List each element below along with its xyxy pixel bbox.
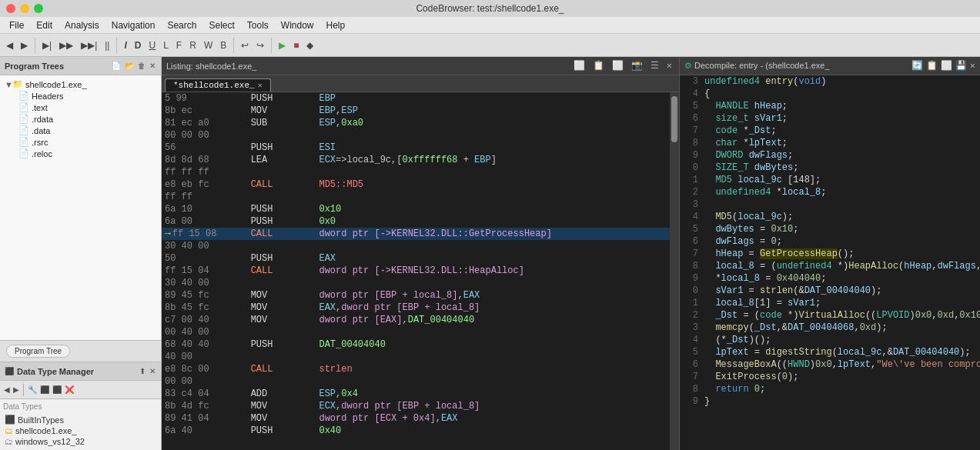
dtm-action3[interactable]: ⬛ bbox=[52, 385, 62, 395]
toolbar-back[interactable]: ◀ bbox=[3, 38, 16, 52]
toolbar-d[interactable]: D bbox=[132, 38, 145, 52]
code-line: 5 dwBytes = 0x10; bbox=[683, 223, 977, 235]
instr-cell: PUSH bbox=[248, 215, 316, 228]
menu-search[interactable]: Search bbox=[161, 18, 202, 32]
menu-select[interactable]: Select bbox=[202, 18, 240, 32]
toolbar-stop[interactable]: ■ bbox=[290, 38, 302, 52]
tree-rdata[interactable]: 📄 .rdata bbox=[3, 113, 158, 125]
table-row: ff ff ff bbox=[162, 166, 670, 178]
window-controls[interactable] bbox=[6, 4, 43, 13]
toolbar-btn-2[interactable]: ▶▶ bbox=[56, 38, 76, 52]
menu-bar: File Edit Analysis Navigation Search Sel… bbox=[0, 17, 980, 34]
code-line: 3 bbox=[683, 198, 977, 211]
listing-scrollbar[interactable] bbox=[670, 92, 679, 450]
toolbar-f[interactable]: F bbox=[173, 38, 185, 52]
menu-tools[interactable]: Tools bbox=[241, 18, 275, 32]
dtm-builtins[interactable]: ⬛ BuiltInTypes bbox=[3, 414, 158, 425]
table-row: e8 8c 00 CALL strlen bbox=[162, 363, 670, 375]
addr-cell: 5 99 bbox=[162, 92, 248, 105]
dtm-back[interactable]: ◀ bbox=[3, 385, 11, 395]
listing-tab-close[interactable]: ✕ bbox=[258, 81, 263, 90]
toolbar-btn-3[interactable]: ▶▶| bbox=[78, 38, 100, 52]
tree-rdata-label: .rdata bbox=[32, 115, 53, 124]
toolbar-btn-4[interactable]: || bbox=[102, 38, 112, 52]
listing-active-tab[interactable]: *shellcode1.exe_ ✕ bbox=[165, 78, 271, 92]
new-tree-button[interactable]: 📄 bbox=[111, 61, 122, 71]
toolbar-redo[interactable]: ↪ bbox=[253, 38, 267, 52]
menu-edit[interactable]: Edit bbox=[30, 18, 59, 32]
program-tree-tab[interactable]: Program Tree bbox=[6, 345, 70, 358]
close-trees-panel[interactable]: ✕ bbox=[149, 61, 156, 71]
listing-icon-2[interactable]: 📋 bbox=[590, 59, 607, 72]
maximize-button[interactable] bbox=[34, 4, 43, 13]
menu-file[interactable]: File bbox=[3, 18, 30, 32]
scroll-thumb[interactable] bbox=[671, 96, 677, 142]
addr-cell: 40 00 bbox=[162, 351, 248, 363]
listing-close[interactable]: ✕ bbox=[664, 59, 674, 72]
table-row: 6a 00 PUSH 0x0 bbox=[162, 215, 670, 228]
minimize-button[interactable] bbox=[20, 4, 29, 13]
listing-scroll-area: 5 99 PUSH EBP 8b ec MOV EBP,ESP 81 ec a0… bbox=[162, 92, 679, 450]
decompile-refresh[interactable]: 🔄 bbox=[911, 60, 923, 72]
decompile-controls: 🔄 📋 ⬜ 💾 ✕ bbox=[911, 60, 975, 72]
toolbar-undo[interactable]: ↩ bbox=[238, 38, 252, 52]
tree-data[interactable]: 📄 .data bbox=[3, 125, 158, 136]
tree-text[interactable]: 📄 .text bbox=[3, 102, 158, 113]
decompile-content[interactable]: 3 undefined4 entry(void) 4 { 5 HANDLE hH… bbox=[680, 75, 980, 450]
open-tree-button[interactable]: 📂 bbox=[124, 61, 135, 71]
dtm-shellcode[interactable]: 🗂 shellcode1.exe_ bbox=[3, 425, 158, 436]
tree-rsrc[interactable]: 📄 .rsrc bbox=[3, 136, 158, 148]
table-row: 68 40 40 PUSH DAT_00404040 bbox=[162, 338, 670, 351]
code-line: 2 undefined4 *local_8; bbox=[683, 186, 977, 198]
decompile-save[interactable]: 💾 bbox=[955, 60, 967, 72]
toolbar-l[interactable]: L bbox=[160, 38, 172, 52]
menu-navigation[interactable]: Navigation bbox=[105, 18, 162, 32]
dtm-action4[interactable]: ❌ bbox=[64, 385, 75, 395]
listing-icon-4[interactable]: 📸 bbox=[629, 59, 645, 72]
code-line: 0 sVar1 = strlen(&DAT_00404040); bbox=[683, 285, 977, 297]
addr-cell: ff 15 04 bbox=[162, 265, 248, 277]
toolbar-diamond[interactable]: ◆ bbox=[303, 38, 316, 52]
dtm-windows[interactable]: 🗂 windows_vs12_32 bbox=[3, 436, 158, 447]
close-button[interactable] bbox=[6, 4, 15, 13]
decompile-icon-2[interactable]: 📋 bbox=[926, 60, 938, 72]
operand-cell: strlen bbox=[316, 363, 670, 375]
listing-icon-5[interactable]: ☰ bbox=[648, 59, 661, 72]
listing-icon-1[interactable]: ⬜ bbox=[571, 59, 587, 72]
table-row: e8 eb fc CALL MD5::MD5 bbox=[162, 178, 670, 191]
toolbar-w[interactable]: W bbox=[201, 38, 216, 52]
code-line: 4 { bbox=[683, 88, 977, 100]
toolbar-r[interactable]: R bbox=[186, 38, 199, 52]
dtm-sep bbox=[23, 384, 24, 396]
menu-help[interactable]: Help bbox=[320, 18, 352, 32]
toolbar-b[interactable]: B bbox=[217, 38, 229, 52]
tree-root[interactable]: ▼ 📁 shellcode1.exe_ bbox=[3, 78, 158, 90]
toolbar-forward[interactable]: ▶ bbox=[18, 38, 31, 52]
decompile-close[interactable]: ✕ bbox=[970, 60, 975, 72]
instr-cell bbox=[248, 166, 316, 178]
tree-root-label: shellcode1.exe_ bbox=[25, 80, 87, 89]
menu-analysis[interactable]: Analysis bbox=[59, 18, 105, 32]
toolbar-run[interactable]: ▶ bbox=[276, 38, 289, 52]
dtm-forward[interactable]: ▶ bbox=[12, 385, 20, 395]
dtm-action1[interactable]: 🔧 bbox=[27, 385, 38, 395]
dtm-close-button[interactable]: ✕ bbox=[149, 366, 156, 376]
tree-headers[interactable]: 📄 Headers bbox=[3, 90, 158, 102]
listing-icon-3[interactable]: ⬜ bbox=[610, 59, 626, 72]
menu-window[interactable]: Window bbox=[275, 18, 320, 32]
toolbar-btn-1[interactable]: ▶| bbox=[39, 38, 55, 52]
instr-cell: PUSH bbox=[248, 338, 316, 351]
dtm-action2[interactable]: ⬛ bbox=[39, 385, 50, 395]
tree-reloc[interactable]: 📄 .reloc bbox=[3, 148, 158, 159]
dtm-tree: Data Types ⬛ BuiltInTypes 🗂 shellcode1.e… bbox=[0, 399, 161, 450]
operand-cell: DAT_00404040 bbox=[316, 338, 670, 351]
shellcode-icon: 🗂 bbox=[5, 426, 13, 435]
toolbar-u[interactable]: U bbox=[146, 38, 159, 52]
toolbar-i[interactable]: I bbox=[121, 38, 129, 52]
listing-main-content[interactable]: 5 99 PUSH EBP 8b ec MOV EBP,ESP 81 ec a0… bbox=[162, 92, 670, 450]
decompile-icon-3[interactable]: ⬜ bbox=[941, 60, 952, 72]
table-row: 00 00 00 bbox=[162, 129, 670, 142]
delete-tree-button[interactable]: 🗑 bbox=[137, 61, 146, 71]
addr-cell: 6a 00 bbox=[162, 215, 248, 228]
dtm-expand-button[interactable]: ⬆ bbox=[139, 366, 146, 376]
